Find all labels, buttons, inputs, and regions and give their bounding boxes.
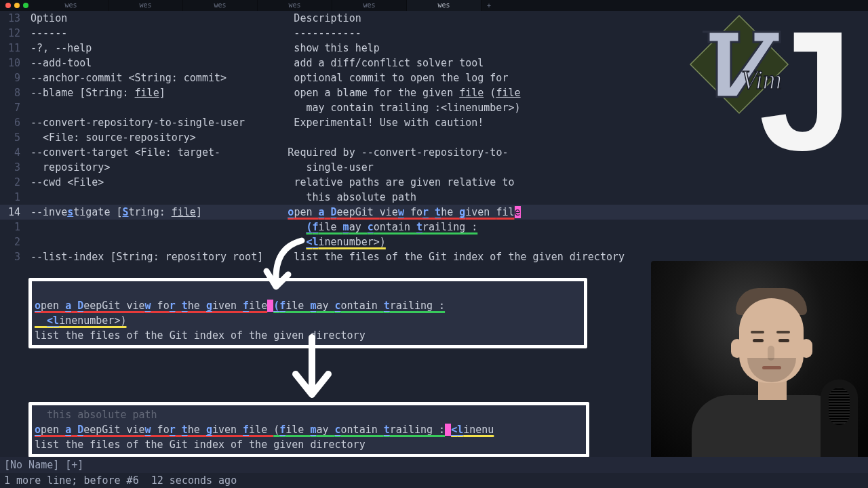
tab-3[interactable]: wes: [258, 0, 332, 11]
cursor: e: [515, 206, 521, 218]
close-icon[interactable]: [5, 3, 11, 8]
line-number: 6: [0, 115, 24, 130]
line-number: 2: [0, 175, 24, 190]
message-bar: 1 more line; before #6 12 seconds ago: [0, 473, 868, 488]
window-controls[interactable]: [0, 3, 34, 8]
line-number: 11: [0, 41, 24, 56]
line-number: 1: [0, 220, 24, 235]
webcam-overlay: [651, 261, 868, 458]
maximize-icon[interactable]: [23, 3, 28, 8]
line-number: 3: [0, 160, 24, 175]
line-number: 8: [0, 85, 24, 100]
overlay-step-2: this absolute path open a DeepGit view f…: [28, 402, 589, 458]
arrow-icon: [261, 234, 315, 302]
line-number: 12: [0, 26, 24, 41]
tab-0[interactable]: wes: [34, 0, 108, 11]
line-number: 13: [0, 11, 24, 26]
arrow-down-icon: [285, 332, 339, 407]
tab-bar: wes wes wes wes wes wes +: [0, 0, 868, 11]
tab-4[interactable]: wes: [332, 0, 407, 11]
line-number: 9: [0, 70, 24, 85]
line-number: 5: [0, 130, 24, 145]
key-indicator: J: [759, 24, 853, 159]
line-number: 7: [0, 100, 24, 115]
status-bar: [No Name] [+]: [0, 457, 868, 473]
cursor-line: 14 --investigate [String: file] open a D…: [0, 205, 868, 220]
line-number: 3: [0, 249, 24, 264]
line-number: 2: [0, 235, 24, 249]
tab-2[interactable]: wes: [183, 0, 258, 11]
line-number: 10: [0, 56, 24, 70]
tab-1[interactable]: wes: [108, 0, 183, 11]
line-number-current: 14: [0, 205, 24, 220]
new-tab-button[interactable]: +: [481, 2, 496, 9]
tab-5[interactable]: wes: [407, 0, 481, 11]
minimize-icon[interactable]: [14, 3, 20, 8]
line-number: 1: [0, 190, 24, 205]
line-number: 4: [0, 145, 24, 160]
